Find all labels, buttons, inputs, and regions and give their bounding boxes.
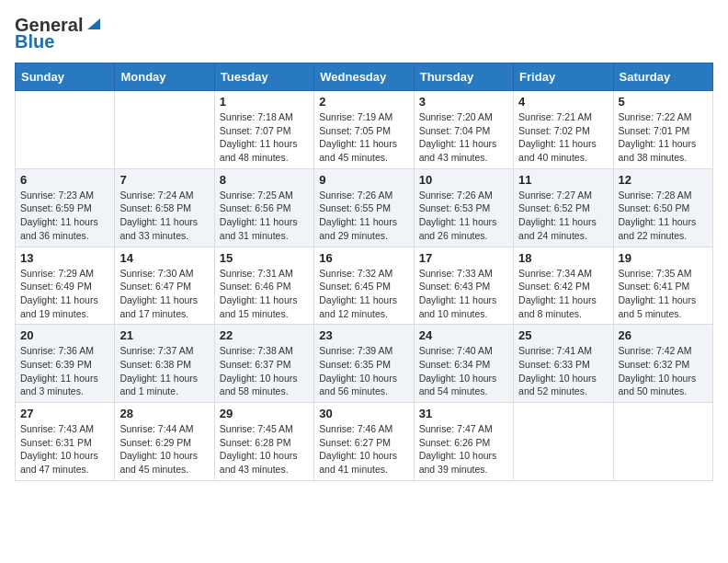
calendar-day-cell: 15Sunrise: 7:31 AMSunset: 6:46 PMDayligh… (214, 247, 313, 325)
weekday-header-cell: Tuesday (214, 63, 313, 91)
calendar-day-cell: 2Sunrise: 7:19 AMSunset: 7:05 PMDaylight… (314, 91, 414, 169)
day-number: 10 (419, 173, 508, 187)
day-info: Sunrise: 7:41 AMSunset: 6:33 PMDaylight:… (518, 344, 608, 398)
day-info: Sunrise: 7:38 AMSunset: 6:37 PMDaylight:… (220, 344, 309, 398)
day-info: Sunrise: 7:24 AMSunset: 6:58 PMDaylight:… (119, 189, 209, 243)
day-info: Sunrise: 7:36 AMSunset: 6:39 PMDaylight:… (20, 344, 109, 398)
day-info: Sunrise: 7:33 AMSunset: 6:43 PMDaylight:… (419, 267, 508, 321)
calendar-day-cell: 23Sunrise: 7:39 AMSunset: 6:35 PMDayligh… (314, 325, 414, 403)
calendar-body: 1Sunrise: 7:18 AMSunset: 7:07 PMDaylight… (16, 91, 713, 481)
day-number: 26 (619, 328, 708, 342)
calendar-table: SundayMondayTuesdayWednesdayThursdayFrid… (15, 63, 713, 481)
day-number: 15 (220, 251, 309, 265)
day-number: 14 (119, 251, 209, 265)
day-info: Sunrise: 7:35 AMSunset: 6:41 PMDaylight:… (619, 267, 708, 321)
day-info: Sunrise: 7:25 AMSunset: 6:56 PMDaylight:… (220, 189, 309, 243)
calendar-day-cell: 26Sunrise: 7:42 AMSunset: 6:32 PMDayligh… (613, 325, 712, 403)
calendar-day-cell: 19Sunrise: 7:35 AMSunset: 6:41 PMDayligh… (613, 247, 712, 325)
day-number: 6 (20, 173, 109, 187)
calendar-week-row: 27Sunrise: 7:43 AMSunset: 6:31 PMDayligh… (16, 403, 713, 481)
day-number: 30 (319, 407, 408, 420)
weekday-header-cell: Saturday (613, 63, 712, 91)
calendar-day-cell: 25Sunrise: 7:41 AMSunset: 6:33 PMDayligh… (514, 325, 613, 403)
weekday-header-cell: Sunday (16, 63, 115, 91)
calendar-day-cell: 7Sunrise: 7:24 AMSunset: 6:58 PMDaylight… (115, 168, 214, 247)
day-number: 3 (419, 95, 508, 109)
weekday-header-cell: Monday (115, 63, 214, 91)
day-number: 18 (518, 251, 608, 265)
calendar-week-row: 13Sunrise: 7:29 AMSunset: 6:49 PMDayligh… (16, 247, 713, 325)
weekday-header-row: SundayMondayTuesdayWednesdayThursdayFrid… (16, 63, 713, 91)
day-number: 12 (619, 173, 708, 187)
calendar-day-cell (514, 403, 613, 481)
calendar-day-cell: 18Sunrise: 7:34 AMSunset: 6:42 PMDayligh… (514, 247, 613, 325)
weekday-header-cell: Thursday (414, 63, 513, 91)
day-number: 17 (419, 251, 508, 265)
calendar-day-cell: 8Sunrise: 7:25 AMSunset: 6:56 PMDaylight… (214, 168, 313, 247)
day-info: Sunrise: 7:26 AMSunset: 6:53 PMDaylight:… (419, 189, 508, 243)
day-number: 2 (319, 95, 408, 109)
calendar-day-cell: 11Sunrise: 7:27 AMSunset: 6:52 PMDayligh… (514, 168, 613, 247)
day-info: Sunrise: 7:34 AMSunset: 6:42 PMDaylight:… (518, 267, 608, 321)
day-info: Sunrise: 7:19 AMSunset: 7:05 PMDaylight:… (319, 110, 408, 165)
day-number: 7 (119, 173, 209, 187)
calendar-day-cell: 31Sunrise: 7:47 AMSunset: 6:26 PMDayligh… (414, 403, 513, 481)
calendar-day-cell: 30Sunrise: 7:46 AMSunset: 6:27 PMDayligh… (314, 403, 414, 481)
calendar-day-cell: 29Sunrise: 7:45 AMSunset: 6:28 PMDayligh… (214, 403, 313, 481)
logo: General Blue (15, 15, 104, 52)
day-number: 29 (220, 407, 309, 420)
day-info: Sunrise: 7:39 AMSunset: 6:35 PMDaylight:… (319, 344, 408, 398)
day-info: Sunrise: 7:27 AMSunset: 6:52 PMDaylight:… (518, 189, 608, 243)
svg-marker-0 (87, 18, 100, 29)
calendar-day-cell: 3Sunrise: 7:20 AMSunset: 7:04 PMDaylight… (414, 91, 513, 169)
calendar-day-cell: 27Sunrise: 7:43 AMSunset: 6:31 PMDayligh… (16, 403, 115, 481)
day-info: Sunrise: 7:44 AMSunset: 6:29 PMDaylight:… (119, 422, 209, 477)
calendar-day-cell (115, 91, 214, 169)
day-info: Sunrise: 7:18 AMSunset: 7:07 PMDaylight:… (220, 110, 309, 165)
calendar-day-cell: 21Sunrise: 7:37 AMSunset: 6:38 PMDayligh… (115, 325, 214, 403)
calendar-day-cell: 16Sunrise: 7:32 AMSunset: 6:45 PMDayligh… (314, 247, 414, 325)
day-info: Sunrise: 7:26 AMSunset: 6:55 PMDaylight:… (319, 189, 408, 243)
day-number: 23 (319, 328, 408, 342)
day-info: Sunrise: 7:31 AMSunset: 6:46 PMDaylight:… (220, 267, 309, 321)
day-number: 22 (220, 328, 309, 342)
calendar-day-cell: 17Sunrise: 7:33 AMSunset: 6:43 PMDayligh… (414, 247, 513, 325)
calendar-day-cell: 4Sunrise: 7:21 AMSunset: 7:02 PMDaylight… (514, 91, 613, 169)
calendar-day-cell: 13Sunrise: 7:29 AMSunset: 6:49 PMDayligh… (16, 247, 115, 325)
calendar-day-cell: 28Sunrise: 7:44 AMSunset: 6:29 PMDayligh… (115, 403, 214, 481)
day-info: Sunrise: 7:40 AMSunset: 6:34 PMDaylight:… (419, 344, 508, 398)
day-number: 5 (619, 95, 708, 109)
day-number: 20 (20, 328, 109, 342)
day-info: Sunrise: 7:37 AMSunset: 6:38 PMDaylight:… (119, 344, 209, 398)
calendar-day-cell: 6Sunrise: 7:23 AMSunset: 6:59 PMDaylight… (16, 168, 115, 247)
calendar-day-cell: 5Sunrise: 7:22 AMSunset: 7:01 PMDaylight… (613, 91, 712, 169)
calendar-day-cell: 10Sunrise: 7:26 AMSunset: 6:53 PMDayligh… (414, 168, 513, 247)
day-number: 31 (419, 407, 508, 420)
calendar-day-cell: 20Sunrise: 7:36 AMSunset: 6:39 PMDayligh… (16, 325, 115, 403)
day-info: Sunrise: 7:20 AMSunset: 7:04 PMDaylight:… (419, 110, 508, 165)
day-info: Sunrise: 7:28 AMSunset: 6:50 PMDaylight:… (619, 189, 708, 243)
day-number: 21 (119, 328, 209, 342)
day-number: 24 (419, 328, 508, 342)
day-info: Sunrise: 7:47 AMSunset: 6:26 PMDaylight:… (419, 422, 508, 477)
logo-blue-text: Blue (15, 31, 54, 52)
day-number: 11 (518, 173, 608, 187)
calendar-week-row: 20Sunrise: 7:36 AMSunset: 6:39 PMDayligh… (16, 325, 713, 403)
calendar-week-row: 1Sunrise: 7:18 AMSunset: 7:07 PMDaylight… (16, 91, 713, 169)
page-header: General Blue (15, 15, 713, 52)
day-number: 28 (119, 407, 209, 420)
day-info: Sunrise: 7:43 AMSunset: 6:31 PMDaylight:… (20, 422, 109, 477)
day-info: Sunrise: 7:30 AMSunset: 6:47 PMDaylight:… (119, 267, 209, 321)
calendar-day-cell: 1Sunrise: 7:18 AMSunset: 7:07 PMDaylight… (214, 91, 313, 169)
calendar-week-row: 6Sunrise: 7:23 AMSunset: 6:59 PMDaylight… (16, 168, 713, 247)
calendar-day-cell: 14Sunrise: 7:30 AMSunset: 6:47 PMDayligh… (115, 247, 214, 325)
calendar-day-cell: 12Sunrise: 7:28 AMSunset: 6:50 PMDayligh… (613, 168, 712, 247)
day-info: Sunrise: 7:21 AMSunset: 7:02 PMDaylight:… (518, 110, 608, 165)
day-info: Sunrise: 7:45 AMSunset: 6:28 PMDaylight:… (220, 422, 309, 477)
day-number: 13 (20, 251, 109, 265)
day-number: 1 (220, 95, 309, 109)
calendar-day-cell: 24Sunrise: 7:40 AMSunset: 6:34 PMDayligh… (414, 325, 513, 403)
weekday-header-cell: Friday (514, 63, 613, 91)
day-info: Sunrise: 7:46 AMSunset: 6:27 PMDaylight:… (319, 422, 408, 477)
calendar-day-cell: 22Sunrise: 7:38 AMSunset: 6:37 PMDayligh… (214, 325, 313, 403)
